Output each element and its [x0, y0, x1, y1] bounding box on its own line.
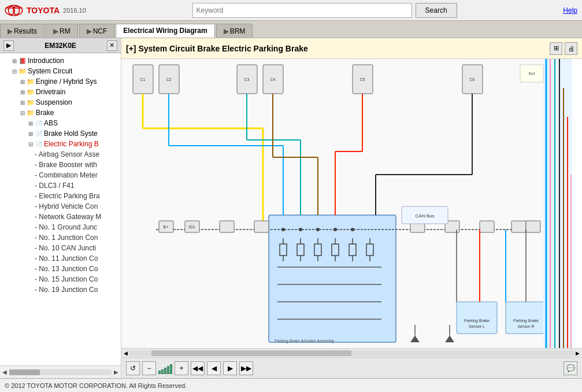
tree-item-abs[interactable]: ⊞ 📄 ABS: [0, 118, 121, 128]
tree-item-brake-hold[interactable]: ⊞ 📄 Brake Hold Syste: [0, 128, 121, 139]
tab-brm-arrow: ▶: [224, 27, 229, 35]
search-area: Search: [86, 3, 564, 18]
doc-abs-icon: 📄: [35, 119, 43, 127]
horizontal-scrollbar[interactable]: ◀ ▶: [121, 348, 582, 357]
wiring-diagram-svg: C1 C2 C3 C4 C5 C6 Parking Brake Actuator…: [121, 59, 572, 348]
tree-label-engine: Engine / Hybrid Sys: [36, 77, 97, 86]
scroll-track[interactable]: [9, 369, 112, 375]
tree-item-engine[interactable]: ⊞ 📁 Engine / Hybrid Sys: [0, 76, 121, 87]
tree-item-junc-co13[interactable]: - No. 13 Junction Co: [0, 264, 121, 274]
folder-suspension-icon: 📁: [27, 98, 35, 106]
tree-label-junc-co13: - No. 13 Junction Co: [35, 265, 98, 273]
zoom-level-bars[interactable]: [158, 363, 172, 374]
tree-item-brake-booster[interactable]: - Brake Booster with: [0, 160, 121, 170]
tree-item-suspension[interactable]: ⊞ 📁 Suspension: [0, 97, 121, 108]
diagram-title: [+] System Circuit Brake Electric Parkin…: [126, 44, 308, 53]
svg-text:Ref: Ref: [529, 72, 535, 76]
tree-item-electric-parking[interactable]: ⊟ 📄 Electric Parking B: [0, 139, 121, 149]
main-content: ▶ EM32K0E ✕ ⊞ 📕 Introduction ⊟ 📁 System …: [0, 38, 582, 378]
version-label: 2016.10: [63, 7, 86, 14]
tree-item-junc-co19[interactable]: - No. 19 Junction Co: [0, 284, 121, 295]
folder-system-circuit-icon: 📁: [18, 67, 27, 75]
expand-introduction-icon: ⊞: [10, 57, 18, 65]
tree-item-brake[interactable]: ⊟ 📁 Brake: [0, 108, 121, 118]
hscroll-left-button[interactable]: ◀: [123, 350, 129, 356]
expand-drivetrain-icon: ⊞: [18, 88, 27, 96]
diagram-print-button[interactable]: 🖨: [565, 42, 577, 55]
diagram-copy-button[interactable]: ⊞: [550, 42, 562, 55]
zoom-bar-5: [170, 364, 172, 374]
tree-item-network-gateway[interactable]: - Network Gateway M: [0, 212, 121, 222]
tree-item-junc-con1[interactable]: - No. 1 Junction Con: [0, 232, 121, 243]
zoom-bar-3: [164, 368, 166, 374]
svg-rect-40: [220, 221, 234, 232]
panel-title: EM32K0E: [45, 42, 76, 50]
zoom-out-button[interactable]: −: [142, 361, 156, 375]
tree-label-abs: ABS: [44, 119, 58, 127]
hscroll-track[interactable]: [129, 350, 574, 356]
prev-page-button[interactable]: ◀: [207, 361, 221, 375]
search-input[interactable]: [192, 3, 412, 18]
tree-item-airbag[interactable]: - Airbag Sensor Asse: [0, 149, 121, 160]
first-page-button[interactable]: ◀◀: [191, 361, 205, 375]
tab-brm[interactable]: ▶ BRM: [216, 24, 253, 38]
comment-button[interactable]: 💬: [564, 361, 577, 375]
copyright-text: © 2012 TOYOTA MOTOR CORPORATION. All Rig…: [5, 382, 187, 389]
svg-text:IG1: IG1: [188, 225, 195, 229]
tree-item-system-circuit[interactable]: ⊟ 📁 System Circuit: [0, 66, 121, 76]
tree-item-hybrid-vehicle[interactable]: - Hybrid Vehicle Con: [0, 201, 121, 212]
tree-item-dlc3[interactable]: - DLC3 / F41: [0, 180, 121, 191]
next-page-button[interactable]: ▶: [223, 361, 237, 375]
tree-label-airbag: - Airbag Sensor Asse: [35, 150, 99, 158]
tree-item-combo-meter[interactable]: - Combination Meter: [0, 170, 121, 180]
zoom-bar-1: [158, 371, 161, 374]
panel-close-button[interactable]: ✕: [107, 40, 117, 51]
tree-item-can-junc10[interactable]: - No. 10 CAN Juncti: [0, 243, 121, 253]
tab-ewd[interactable]: Electrical Wiring Diagram: [116, 24, 214, 38]
last-page-button[interactable]: ▶▶: [239, 361, 253, 375]
panel-expand-button[interactable]: ▶: [3, 40, 14, 51]
svg-text:C5: C5: [360, 77, 365, 82]
tab-results[interactable]: ▶ Results: [0, 24, 45, 38]
tab-ncf[interactable]: ▶ NCF: [79, 24, 115, 38]
tree-item-electric-parking-bra[interactable]: - Electric Parking Bra: [0, 191, 121, 201]
svg-point-95: [316, 228, 320, 231]
tree-item-junc-co15[interactable]: - No. 15 Junction Co: [0, 274, 121, 284]
left-panel-scrollbar[interactable]: ◀ ▶: [0, 365, 121, 378]
svg-point-0: [5, 5, 22, 16]
tab-rm[interactable]: ▶ RM: [46, 24, 78, 38]
expand-brake-hold-icon: ⊞: [27, 130, 35, 138]
svg-rect-45: [511, 221, 526, 232]
tree-label-electric-parking-bra: - Electric Parking Bra: [35, 192, 100, 200]
tree-label-brake-booster: - Brake Booster with: [35, 161, 97, 169]
help-link[interactable]: Help: [563, 6, 577, 14]
tree-item-drivetrain[interactable]: ⊞ 📁 Drivetrain: [0, 87, 121, 97]
book-introduction-icon: 📕: [18, 57, 27, 65]
hscroll-right-button[interactable]: ▶: [574, 350, 581, 356]
search-button[interactable]: Search: [416, 3, 457, 18]
tree-item-introduction[interactable]: ⊞ 📕 Introduction: [0, 56, 121, 66]
refresh-button[interactable]: ↺: [126, 361, 140, 375]
svg-text:C6: C6: [470, 77, 475, 82]
zoom-in-button[interactable]: +: [175, 361, 188, 375]
svg-point-93: [281, 228, 285, 231]
expand-brake-icon: ⊟: [18, 109, 27, 117]
tree-label-hybrid-vehicle: - Hybrid Vehicle Con: [35, 202, 98, 210]
tree-label-dlc3: - DLC3 / F41: [35, 182, 75, 190]
tree-label-suspension: Suspension: [36, 98, 72, 106]
svg-text:Sensor L: Sensor L: [469, 324, 485, 328]
diagram-area[interactable]: C1 C2 C3 C4 C5 C6 Parking Brake Actuator…: [121, 59, 582, 348]
svg-rect-50: [506, 302, 546, 334]
diagram-header: [+] System Circuit Brake Electric Parkin…: [121, 38, 582, 59]
left-panel: ▶ EM32K0E ✕ ⊞ 📕 Introduction ⊟ 📁 System …: [0, 38, 121, 378]
tree-item-ground-junc1[interactable]: - No. 1 Ground Junc: [0, 222, 121, 232]
top-bar: TOYOTA 2016.10 Search Help: [0, 0, 582, 21]
tree-item-junc-co11[interactable]: - No. 11 Junction Co: [0, 253, 121, 264]
brand-name: TOYOTA: [27, 6, 60, 15]
expand-electric-parking-icon: ⊟: [27, 140, 35, 148]
svg-text:C1: C1: [140, 77, 146, 82]
svg-text:Parking Brake: Parking Brake: [464, 319, 490, 323]
scroll-right-button[interactable]: ▶: [114, 369, 118, 375]
scroll-left-button[interactable]: ◀: [2, 369, 7, 375]
tab-brm-label: BRM: [230, 27, 246, 35]
